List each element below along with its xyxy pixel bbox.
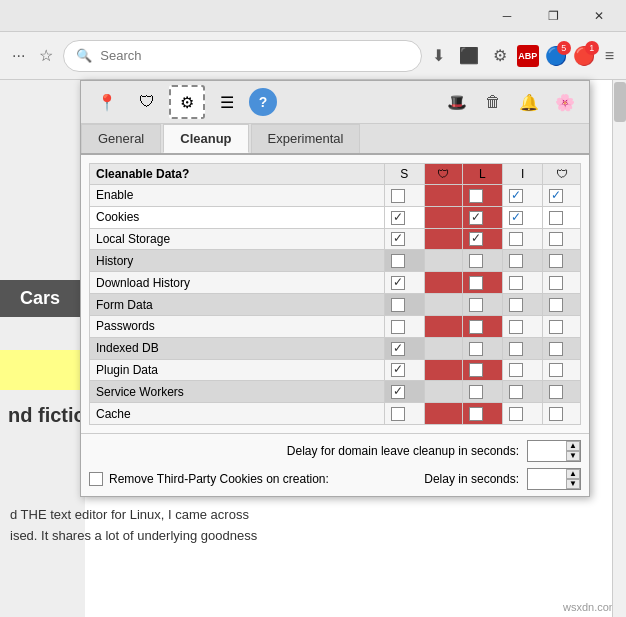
extensions-button[interactable]: ⬛ (455, 42, 483, 69)
table-cell-l[interactable] (462, 206, 502, 228)
abp-icon[interactable]: ABP (517, 45, 539, 67)
table-cell-ishield[interactable] (543, 359, 581, 381)
table-cell-ishield[interactable] (543, 228, 581, 250)
table-cell-l[interactable] (462, 250, 502, 272)
download-button[interactable]: ⬇ (428, 42, 449, 69)
table-cell-ishield[interactable] (543, 403, 581, 425)
delay-label: Delay for domain leave cleanup in second… (287, 444, 519, 458)
location-icon-btn[interactable]: 📍 (89, 85, 125, 119)
ext-badge-2[interactable]: 🔴 1 (573, 45, 595, 67)
flower-icon-btn[interactable]: 🌸 (549, 86, 581, 118)
table-cell-i[interactable] (502, 337, 542, 359)
table-cell-s[interactable] (384, 359, 424, 381)
table-header-shield: 🛡 (424, 164, 462, 185)
table-cell-label: Cache (90, 403, 385, 425)
table-cell-l[interactable] (462, 294, 502, 316)
table-cell-l[interactable] (462, 272, 502, 294)
spinner-btns-1: ▲ ▼ (566, 441, 580, 461)
table-cell-ishield[interactable] (543, 185, 581, 207)
help-icon-btn[interactable]: ? (249, 88, 277, 116)
tab-experimental[interactable]: Experimental (251, 124, 361, 153)
table-cell-l[interactable] (462, 228, 502, 250)
table-cell-s[interactable] (384, 337, 424, 359)
delay-spinner[interactable]: 120 ▲ ▼ (527, 440, 581, 462)
table-cell-ishield[interactable] (543, 272, 581, 294)
table-cell-shield (424, 206, 462, 228)
settings-button[interactable]: ⚙ (489, 42, 511, 69)
hat-icon-btn[interactable]: 🎩 (441, 86, 473, 118)
table-cell-s[interactable] (384, 206, 424, 228)
minimize-button[interactable]: ─ (484, 0, 530, 32)
popup-icon-toolbar: 📍 🛡 ⚙ ☰ ? 🎩 🗑 🔔 🌸 (81, 81, 589, 124)
spinner-up-1[interactable]: ▲ (566, 441, 580, 451)
table-cell-l[interactable] (462, 315, 502, 337)
title-bar: ─ ❐ ✕ (0, 0, 626, 32)
scrollbar[interactable] (612, 80, 626, 617)
browser-toolbar: ··· ☆ 🔍 ⬇ ⬛ ⚙ ABP 🔵 5 🔴 1 ≡ (0, 32, 626, 80)
table-cell-l[interactable] (462, 359, 502, 381)
spinner-up-2[interactable]: ▲ (566, 469, 580, 479)
table-cell-ishield[interactable] (543, 294, 581, 316)
table-cell-l[interactable] (462, 337, 502, 359)
table-cell-ishield[interactable] (543, 250, 581, 272)
table-cell-ishield[interactable] (543, 206, 581, 228)
delay2-input[interactable]: 60 (528, 471, 566, 487)
table-cell-ishield[interactable] (543, 337, 581, 359)
table-cell-ishield[interactable] (543, 381, 581, 403)
table-cell-s[interactable] (384, 381, 424, 403)
trash-icon-btn[interactable]: 🗑 (477, 86, 509, 118)
remove-cookies-checkbox[interactable] (89, 472, 103, 486)
delay-input[interactable]: 120 (528, 443, 566, 459)
search-input[interactable] (100, 48, 408, 63)
table-cell-s[interactable] (384, 228, 424, 250)
maximize-button[interactable]: ❐ (530, 0, 576, 32)
table-cell-label: Passwords (90, 315, 385, 337)
tab-cleanup[interactable]: Cleanup (163, 124, 248, 153)
table-cell-i[interactable] (502, 381, 542, 403)
spinner-down-2[interactable]: ▼ (566, 479, 580, 489)
webpage-yellow-bg (0, 350, 85, 390)
table-cell-shield (424, 381, 462, 403)
table-cell-i[interactable] (502, 272, 542, 294)
ext-badge-1[interactable]: 🔵 5 (545, 45, 567, 67)
table-cell-s[interactable] (384, 272, 424, 294)
more-button[interactable]: ··· (8, 43, 29, 69)
cleanable-data-table: Cleanable Data? S 🛡 L I 🛡 EnableCookiesL… (89, 163, 581, 425)
table-cell-i[interactable] (502, 228, 542, 250)
gear-icon-btn[interactable]: ⚙ (169, 85, 205, 119)
tab-general[interactable]: General (81, 124, 161, 153)
remove-cookies-text: Remove Third-Party Cookies on creation: (109, 472, 329, 486)
table-cell-label: Cookies (90, 206, 385, 228)
bookmark-button[interactable]: ☆ (35, 42, 57, 69)
webpage-watermark: wsxdn.com (563, 601, 618, 613)
table-cell-s[interactable] (384, 294, 424, 316)
table-cell-i[interactable] (502, 359, 542, 381)
table-cell-shield (424, 250, 462, 272)
table-cell-i[interactable] (502, 403, 542, 425)
close-button[interactable]: ✕ (576, 0, 622, 32)
table-cell-s[interactable] (384, 250, 424, 272)
table-cell-l[interactable] (462, 403, 502, 425)
table-cell-i[interactable] (502, 315, 542, 337)
delay2-spinner[interactable]: 60 ▲ ▼ (527, 468, 581, 490)
table-cell-i[interactable] (502, 185, 542, 207)
list-icon-btn[interactable]: ☰ (209, 85, 245, 119)
scrollbar-thumb[interactable] (614, 82, 626, 122)
table-cell-l[interactable] (462, 381, 502, 403)
table-cell-ishield[interactable] (543, 315, 581, 337)
table-cell-s[interactable] (384, 185, 424, 207)
table-cell-i[interactable] (502, 250, 542, 272)
table-cell-s[interactable] (384, 315, 424, 337)
shield-icon-btn[interactable]: 🛡 (129, 85, 165, 119)
table-cell-shield (424, 185, 462, 207)
table-cell-l[interactable] (462, 185, 502, 207)
spinner-down-1[interactable]: ▼ (566, 451, 580, 461)
table-cell-i[interactable] (502, 206, 542, 228)
popup-tabs: General Cleanup Experimental (81, 124, 589, 155)
bell-icon-btn[interactable]: 🔔 (513, 86, 545, 118)
table-cell-s[interactable] (384, 403, 424, 425)
table-header-s: S (384, 164, 424, 185)
search-bar[interactable]: 🔍 (63, 40, 421, 72)
menu-button[interactable]: ≡ (601, 43, 618, 69)
table-cell-i[interactable] (502, 294, 542, 316)
